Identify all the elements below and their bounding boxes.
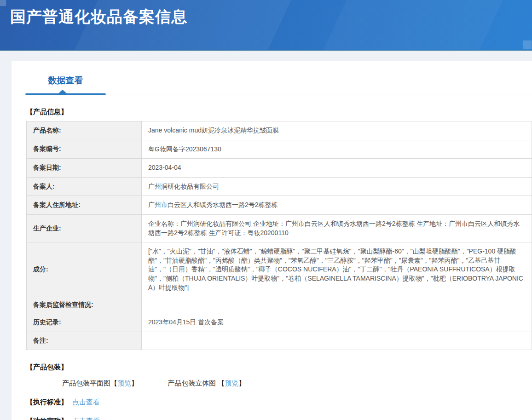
table-row-registration-number: 备案编号: 粤G妆网备字2023067130 xyxy=(27,140,532,159)
row-value xyxy=(142,297,532,313)
row-label: 产品名称: xyxy=(27,121,142,140)
row-label: 生产企业: xyxy=(27,214,142,242)
row-label: 备案后监督检查情况: xyxy=(27,297,142,313)
efficacy-row: 【功效宣称】点击查看 xyxy=(26,417,532,420)
table-row-ingredients: 成分: ["水"，"火山泥"，"甘油"，"液体石蜡"，"鲸蜡硬脂醇"，"聚二甲基… xyxy=(27,242,532,297)
efficacy-label: 【功效宣称】 xyxy=(26,417,68,420)
table-row-registrant-address: 备案人住所地址: 广州市白云区人和镇秀水塘西一路2号2栋整栋 xyxy=(27,196,532,215)
row-label: 备注: xyxy=(27,332,142,350)
bracket-open: 【 xyxy=(218,379,225,387)
tab-bar-divider xyxy=(106,94,532,94)
table-row-supervision: 备案后监督检查情况: xyxy=(27,297,532,313)
packaging-stereo-preview-link[interactable]: 预览 xyxy=(225,379,238,387)
tab-active-underline xyxy=(25,93,106,95)
tab-data-view[interactable]: 数据查看 xyxy=(25,75,106,95)
packaging-stereo-item: 产品包装立体图 【预览】 xyxy=(168,379,245,388)
product-info-heading: 【产品信息】 xyxy=(26,108,532,116)
packaging-heading: 【产品包装】 xyxy=(26,363,532,372)
row-label: 备案编号: xyxy=(27,140,142,159)
table-row-product-name: 产品名称: Jane volcanic mud妍泥冷泉冰泥精华抗皱面膜 xyxy=(27,121,532,140)
packaging-flat-preview-link[interactable]: 预览 xyxy=(117,379,131,387)
row-label: 备案人住所地址: xyxy=(27,196,142,215)
row-value: ["水"，"火山泥"，"甘油"，"液体石蜡"，"鲸蜡硬脂醇"，"聚二甲基硅氧烷"… xyxy=(142,242,532,297)
row-value xyxy=(142,332,532,350)
row-value: 2023年04月15日 首次备案 xyxy=(142,313,532,332)
packaging-flat-label: 产品包装平面图 xyxy=(62,379,110,387)
bracket-close: 】 xyxy=(131,379,138,387)
table-row-history: 历史记录: 2023年04月15日 首次备案 xyxy=(27,313,532,332)
row-label: 备案日期: xyxy=(27,159,142,178)
row-value: Jane volcanic mud妍泥冷泉冰泥精华抗皱面膜 xyxy=(142,121,532,140)
row-label: 备案人: xyxy=(27,177,142,196)
row-value: 2023-04-04 xyxy=(142,159,532,178)
row-value: 粤G妆网备字2023067130 xyxy=(142,140,532,159)
page-banner: 国产普通化妆品备案信息 xyxy=(0,0,532,51)
table-row-registration-date: 备案日期: 2023-04-04 xyxy=(27,159,532,178)
packaging-flat-item: 产品包装平面图【预览】 xyxy=(62,379,138,388)
bracket-close: 】 xyxy=(238,379,245,387)
content-card: 数据查看 【产品信息】 产品名称: Jane volcanic mud妍泥冷泉冰… xyxy=(12,61,532,420)
table-row-registrant: 备案人: 广州润研化妆品有限公司 xyxy=(27,177,532,196)
row-label: 历史记录: xyxy=(27,313,142,332)
standards-row: 【执行标准】点击查看 xyxy=(26,398,532,407)
page-title: 国产普通化妆品备案信息 xyxy=(0,0,532,28)
packaging-stereo-label: 产品包装立体图 xyxy=(168,379,216,387)
table-row-remarks: 备注: xyxy=(27,332,532,350)
row-value: 广州市白云区人和镇秀水塘西一路2号2栋整栋 xyxy=(142,196,532,215)
efficacy-view-link[interactable]: 点击查看 xyxy=(72,417,100,420)
tab-bar: 数据查看 xyxy=(12,61,532,95)
bracket-open: 【 xyxy=(110,379,117,387)
row-label: 成分: xyxy=(27,242,142,297)
packaging-row: 产品包装平面图【预览】 产品包装立体图 【预览】 xyxy=(62,379,532,388)
standards-view-link[interactable]: 点击查看 xyxy=(72,398,100,406)
row-value: 企业名称：广州润研化妆品有限公司 企业地址：广州市白云区人和镇秀水塘西一路2号2… xyxy=(142,214,532,242)
standards-label: 【执行标准】 xyxy=(26,398,68,406)
row-value: 广州润研化妆品有限公司 xyxy=(142,177,532,196)
banner-right-square xyxy=(523,40,532,49)
product-info-table: 产品名称: Jane volcanic mud妍泥冷泉冰泥精华抗皱面膜 备案编号… xyxy=(26,121,532,350)
tab-active-indicator xyxy=(58,90,67,93)
table-row-manufacturer: 生产企业: 企业名称：广州润研化妆品有限公司 企业地址：广州市白云区人和镇秀水塘… xyxy=(27,214,532,242)
